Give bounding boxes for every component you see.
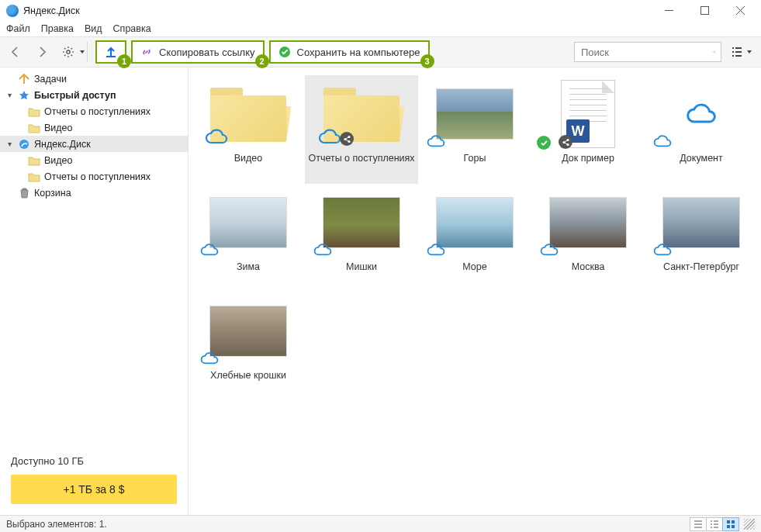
menu-help[interactable]: Справка xyxy=(113,23,151,34)
settings-button[interactable] xyxy=(57,41,79,63)
copy-link-button[interactable]: Скопировать ссылку 2 xyxy=(131,40,265,64)
svg-rect-13 xyxy=(727,525,730,528)
sidebar-quick-item-1[interactable]: Видео xyxy=(0,119,188,136)
doc-cloud-thumb xyxy=(652,80,751,148)
cloud-icon xyxy=(653,244,672,257)
menu-file[interactable]: Файл xyxy=(6,23,30,34)
image-thumb xyxy=(652,188,751,257)
minimize-button[interactable] xyxy=(651,0,687,21)
status-bar: Выбрано элементов: 1. xyxy=(0,515,761,532)
cloud-icon xyxy=(318,129,341,145)
sidebar-promo: Доступно 10 ГБ +1 ТБ за 8 $ xyxy=(0,447,188,515)
yandex-disk-label: Яндекс.Диск xyxy=(34,139,91,150)
folder-icon xyxy=(28,154,40,167)
sidebar-disk-item-1[interactable]: Отчеты о поступлениях xyxy=(0,168,188,185)
sidebar-item-quick-access[interactable]: ▾ Быстрый доступ xyxy=(0,87,188,103)
svg-point-1 xyxy=(67,50,70,54)
word-thumb: W xyxy=(538,80,638,148)
menu-view[interactable]: Вид xyxy=(85,23,102,34)
sidebar-item-trash[interactable]: Корзина xyxy=(0,185,188,201)
file-item[interactable]: Море xyxy=(418,184,531,292)
menu-edit[interactable]: Правка xyxy=(41,23,74,34)
file-name: Мишки xyxy=(346,261,377,272)
cloud-icon xyxy=(653,135,672,148)
file-name: Отчеты о поступлениях xyxy=(308,153,414,164)
file-name: Москва xyxy=(572,261,605,272)
file-item[interactable]: Зима xyxy=(192,184,305,292)
file-item[interactable]: Санкт-Петербург xyxy=(645,184,758,292)
upload-button[interactable]: 1 xyxy=(95,40,126,64)
back-button[interactable] xyxy=(5,41,26,63)
image-thumb xyxy=(538,188,638,257)
cloud-icon xyxy=(540,244,559,257)
separator xyxy=(87,42,88,62)
sidebar-quick-item-0[interactable]: Отчеты о поступлениях xyxy=(0,103,188,119)
chevron-down-icon xyxy=(747,50,752,54)
collapse-icon[interactable]: ▾ xyxy=(5,91,14,99)
badge-3: 3 xyxy=(420,54,434,68)
status-text: Выбрано элементов: 1. xyxy=(6,519,107,530)
file-item[interactable]: Документ xyxy=(645,75,758,184)
file-name: Море xyxy=(462,261,486,272)
badge-1: 1 xyxy=(117,54,131,68)
image-thumb xyxy=(425,188,524,257)
file-item[interactable]: Видео xyxy=(192,75,305,184)
forward-button[interactable] xyxy=(31,41,53,63)
search-box[interactable] xyxy=(574,42,721,62)
file-item[interactable]: Мишки xyxy=(305,184,418,292)
view-mode-button[interactable] xyxy=(726,46,756,58)
cloud-icon xyxy=(200,352,219,365)
file-item[interactable]: Горы xyxy=(418,75,531,184)
upgrade-button[interactable]: +1 ТБ за 8 $ xyxy=(11,475,177,504)
svg-rect-12 xyxy=(732,520,735,523)
svg-rect-0 xyxy=(700,7,708,15)
quick-access-label: Быстрый доступ xyxy=(34,90,116,101)
file-name: Док пример xyxy=(562,153,614,164)
image-thumb xyxy=(199,297,298,365)
cloud-icon xyxy=(427,135,445,148)
cloud-icon xyxy=(205,129,228,145)
file-item[interactable]: WДок пример xyxy=(531,75,645,184)
file-name: Хлебные крошки xyxy=(210,370,286,381)
folder-thumb xyxy=(312,80,411,148)
trash-icon xyxy=(18,187,30,199)
check-icon xyxy=(278,46,291,58)
search-input[interactable] xyxy=(579,46,713,59)
save-to-computer-label: Сохранить на компьютере xyxy=(297,47,420,58)
svg-point-3 xyxy=(714,51,715,53)
app-icon xyxy=(6,5,19,17)
sidebar-item-yandex-disk[interactable]: ▾ Яндекс.Диск xyxy=(0,136,188,152)
file-item[interactable]: Москва xyxy=(531,184,645,292)
view-switcher xyxy=(690,517,739,531)
view-list-button[interactable] xyxy=(706,517,723,531)
sidebar: Задачи ▾ Быстрый доступ Отчеты о поступл… xyxy=(0,67,189,515)
badge-2: 2 xyxy=(255,54,269,68)
save-to-computer-button[interactable]: Сохранить на компьютере 3 xyxy=(269,40,430,64)
image-thumb xyxy=(312,188,411,257)
cloud-icon xyxy=(313,244,332,257)
folder-icon xyxy=(28,122,40,134)
folder-thumb xyxy=(199,80,298,148)
file-grid[interactable]: ВидеоОтчеты о поступленияхГорыWДок приме… xyxy=(189,67,761,515)
synced-icon xyxy=(537,136,551,150)
storage-available: Доступно 10 ГБ xyxy=(11,455,177,467)
collapse-icon[interactable]: ▾ xyxy=(5,140,14,148)
link-icon xyxy=(140,46,153,58)
trash-label: Корзина xyxy=(34,188,71,199)
image-thumb xyxy=(199,188,298,257)
view-icons-button[interactable] xyxy=(722,517,739,531)
sidebar-item-tasks[interactable]: Задачи xyxy=(0,71,188,87)
disk-icon xyxy=(18,138,30,150)
view-details-button[interactable] xyxy=(690,517,707,531)
shared-icon xyxy=(340,132,354,146)
close-button[interactable] xyxy=(722,0,758,21)
upload-icon xyxy=(104,45,118,59)
cloud-icon xyxy=(427,244,445,257)
resize-grip[interactable] xyxy=(744,519,755,530)
shared-icon xyxy=(559,135,572,149)
sidebar-disk-item-0[interactable]: Видео xyxy=(0,152,188,168)
file-name: Санкт-Петербург xyxy=(663,261,739,272)
file-item[interactable]: Хлебные крошки xyxy=(192,292,305,401)
maximize-button[interactable] xyxy=(687,0,722,21)
file-item[interactable]: Отчеты о поступлениях xyxy=(305,75,418,184)
